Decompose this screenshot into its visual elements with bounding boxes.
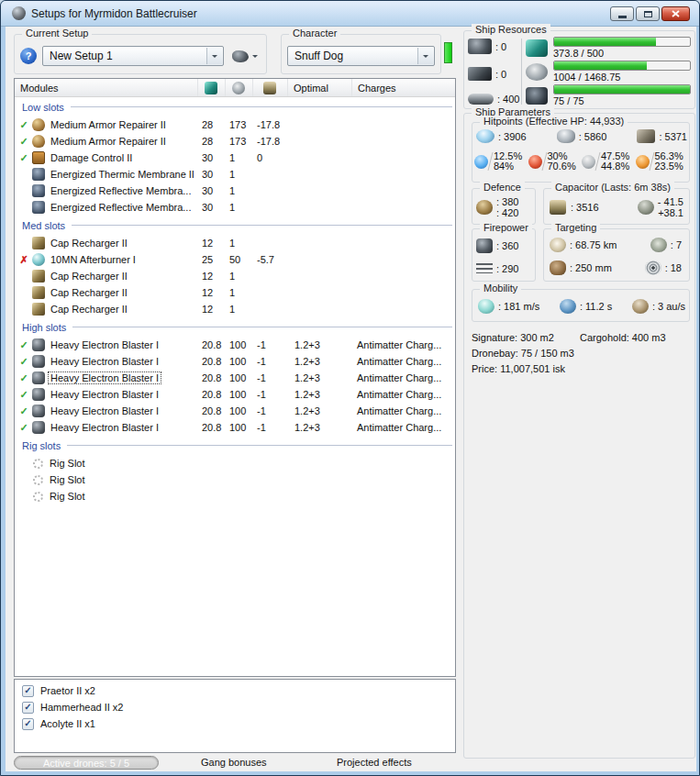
minimize-button[interactable] xyxy=(610,6,634,21)
character-select-value: Snuff Dog xyxy=(294,50,343,62)
module-row[interactable]: Energized Reflective Membra...301 xyxy=(15,183,455,199)
module-row[interactable]: ✓Medium Armor Repairer II28173-17.8 xyxy=(15,133,455,150)
module-row[interactable]: ✓Heavy Electron Blaster I20.8100-11.2+3A… xyxy=(15,337,455,353)
column-cpu[interactable] xyxy=(198,79,226,96)
armor-repairer-icon xyxy=(32,118,45,131)
rig-slot-icon xyxy=(33,475,43,485)
maximize-button[interactable] xyxy=(636,6,660,21)
module-row[interactable]: Energized Thermic Membrane II301 xyxy=(15,166,455,183)
module-name-cell: Rig Slot xyxy=(15,491,198,502)
projected-effects-tab[interactable]: Projected effects xyxy=(337,757,412,768)
active-drones-tab[interactable]: Active drones: 5 / 5 xyxy=(14,756,159,770)
module-row[interactable]: ✓Heavy Electron Blaster I20.8100-11.2+3A… xyxy=(15,353,455,370)
module-cpu-value: 20.8 xyxy=(198,372,226,383)
membrane-icon xyxy=(32,184,45,197)
warp-speed-value: : 3 au/s xyxy=(652,301,685,312)
character-select[interactable]: Snuff Dog xyxy=(287,46,435,66)
status-ok-icon: ✓ xyxy=(17,389,30,401)
module-row[interactable]: ✓Heavy Electron Blaster I20.8100-11.2+3A… xyxy=(15,419,455,436)
defence-group: Defence : 380 : 420 xyxy=(472,188,536,225)
drone-row[interactable]: ✓Acolyte II x1 xyxy=(15,715,455,732)
column-capacitor[interactable] xyxy=(253,79,288,96)
drone-label: Hammerhead II x2 xyxy=(40,702,123,713)
resource-bar-stack: 373.8 / 500 xyxy=(553,37,691,59)
module-name-cell: ✓Heavy Electron Blaster I xyxy=(15,371,198,384)
module-row[interactable]: Cap Recharger II121 xyxy=(15,284,455,301)
chevron-down-icon xyxy=(206,48,222,64)
drone-label: Praetor II x2 xyxy=(40,685,95,696)
module-row[interactable]: Rig Slot xyxy=(15,455,455,471)
module-powergrid-value: 100 xyxy=(226,339,253,350)
signature-text: Signature: 300 m2 xyxy=(472,332,554,343)
ship-menu-button[interactable] xyxy=(229,49,261,64)
module-name: Rig Slot xyxy=(48,458,87,469)
module-name-cell: Energized Thermic Membrane II xyxy=(15,168,198,181)
module-name-cell: Cap Recharger II xyxy=(15,270,198,283)
module-powergrid-value: 1 xyxy=(226,238,253,249)
module-name-cell: ✓Medium Armor Repairer II xyxy=(15,118,198,131)
module-powergrid-value: 173 xyxy=(226,119,253,130)
module-row[interactable]: ✓Heavy Electron Blaster I20.8100-11.2+3A… xyxy=(15,386,455,403)
resource-bar-label: 75 / 75 xyxy=(553,95,691,106)
drone-row[interactable]: ✓Hammerhead II x2 xyxy=(15,699,455,715)
drone-checkbox[interactable]: ✓ xyxy=(22,685,34,697)
module-row[interactable]: Cap Recharger II121 xyxy=(15,235,455,251)
thermal-resist-icon xyxy=(528,155,542,169)
section-divider-line xyxy=(72,327,452,327)
module-optimal-value: 1.2+3 xyxy=(288,422,352,433)
module-charges-value: Antimatter Charg... xyxy=(352,389,455,400)
help-icon[interactable]: ? xyxy=(20,48,37,64)
module-optimal-value: 1.2+3 xyxy=(288,356,352,367)
module-row[interactable]: ✓Damage Control II3010 xyxy=(15,150,455,166)
resist-divider xyxy=(595,152,601,171)
drone-checkbox[interactable]: ✓ xyxy=(22,702,34,714)
targeting-label: Targeting xyxy=(551,222,600,233)
column-powergrid[interactable] xyxy=(226,79,253,96)
defence-repair-icon xyxy=(476,200,493,215)
module-cap-value: -1 xyxy=(253,405,288,416)
module-row[interactable]: Rig Slot xyxy=(15,471,455,488)
module-name: Rig Slot xyxy=(48,491,87,502)
explosive-resist-group: 56.3%23.5% xyxy=(636,151,690,172)
scan-resolution-value: : 250 mm xyxy=(570,262,612,273)
em-armor-resist: 84% xyxy=(494,161,522,172)
module-name: Heavy Electron Blaster I xyxy=(49,422,161,433)
section-divider-line xyxy=(67,445,452,446)
module-name: Heavy Electron Blaster I xyxy=(49,372,161,383)
armor-repair-value: : 420 xyxy=(496,207,518,218)
module-cap-value: -1 xyxy=(253,422,288,433)
slot-section-header: Rig slots xyxy=(15,436,455,455)
setup-select[interactable]: New Setup 1 xyxy=(42,46,224,66)
module-row[interactable]: Rig Slot xyxy=(15,488,455,504)
window-controls xyxy=(610,6,690,21)
module-row[interactable]: ✗10MN Afterburner I2550-5.7 xyxy=(15,251,455,268)
module-cpu-value: 20.8 xyxy=(198,422,226,433)
module-row[interactable]: ✓Heavy Electron Blaster I20.8100-11.2+3A… xyxy=(15,370,455,386)
slot-section-header: Low slots xyxy=(15,97,455,116)
module-row[interactable]: Cap Recharger II121 xyxy=(15,301,455,317)
launcher-hardpoints-icon xyxy=(468,67,492,81)
module-row[interactable]: Energized Reflective Membra...301 xyxy=(15,199,455,216)
shield-repair-value: : 380 xyxy=(496,196,518,207)
calibration-icon xyxy=(468,94,494,105)
column-optimal[interactable]: Optimal xyxy=(288,79,352,96)
blaster-icon xyxy=(32,405,45,417)
em-resist-icon xyxy=(474,155,488,169)
column-charges[interactable]: Charges xyxy=(352,79,455,96)
module-row[interactable]: Cap Recharger II121 xyxy=(15,268,455,284)
drone-checkbox[interactable]: ✓ xyxy=(22,718,34,730)
module-row[interactable]: ✓Medium Armor Repairer II28173-17.8 xyxy=(15,116,455,133)
title-bar[interactable]: Setups for Myrmidon Battlecruiser xyxy=(1,1,699,27)
sensor-strength-icon xyxy=(645,261,661,275)
align-time-value: : 11.2 s xyxy=(580,301,612,312)
module-cpu-value: 30 xyxy=(198,202,226,213)
module-name-cell: Energized Reflective Membra... xyxy=(15,201,198,214)
drone-row[interactable]: ✓Praetor II x2 xyxy=(15,682,455,699)
column-modules[interactable]: Modules xyxy=(15,79,198,96)
module-name-cell: ✓Heavy Electron Blaster I xyxy=(15,355,198,368)
module-charges-value: Antimatter Charg... xyxy=(352,372,455,383)
module-name-cell: ✓Damage Control II xyxy=(15,151,198,164)
module-row[interactable]: ✓Heavy Electron Blaster I20.8100-11.2+3A… xyxy=(15,403,455,419)
close-button[interactable] xyxy=(661,6,690,21)
gang-bonuses-tab[interactable]: Gang bonuses xyxy=(201,757,267,768)
